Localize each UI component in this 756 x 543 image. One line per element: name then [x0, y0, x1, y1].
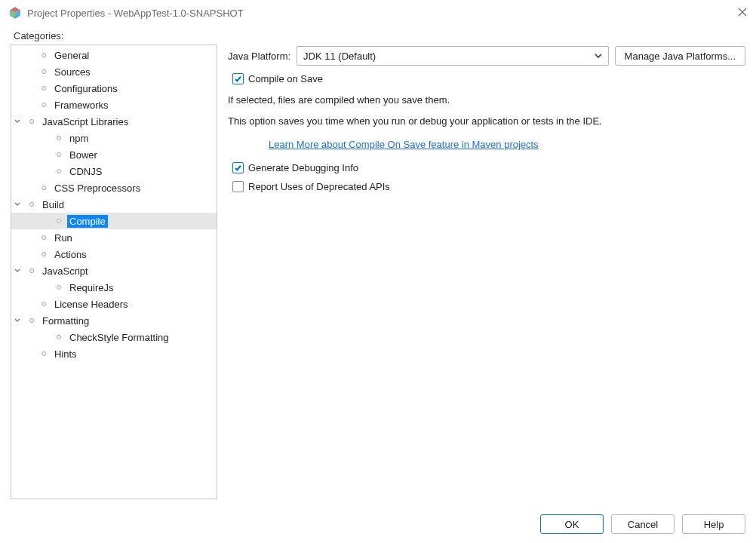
chevron-down-icon[interactable] — [11, 118, 23, 124]
chevron-down-icon — [595, 51, 602, 62]
report-deprecated-label: Report Uses of Deprecated APIs — [248, 181, 390, 192]
ok-button[interactable]: OK — [540, 514, 604, 534]
compile-on-save-label: Compile on Save — [248, 73, 323, 84]
tree-item-hints[interactable]: Hints — [11, 345, 217, 362]
tree-item-checkstyle[interactable]: CheckStyle Formatting — [11, 329, 217, 345]
dialog-button-bar: OK Cancel Help — [0, 507, 756, 543]
tree-item-css-preprocessors[interactable]: CSS Preprocessors — [11, 179, 217, 196]
help-button[interactable]: Help — [682, 514, 745, 534]
tree-item-js-libraries[interactable]: JavaScript Libraries — [11, 113, 217, 130]
learn-more-link[interactable]: Learn More about Compile On Save feature… — [269, 139, 745, 150]
chevron-down-icon[interactable] — [11, 318, 23, 324]
report-deprecated-checkbox[interactable] — [232, 181, 244, 192]
tree-item-build[interactable]: Build — [11, 196, 217, 213]
chevron-down-icon[interactable] — [11, 201, 23, 207]
tree-item-general[interactable]: General — [11, 47, 217, 63]
generate-debug-info-label: Generate Debugging Info — [248, 162, 358, 173]
chevron-down-icon[interactable] — [11, 268, 23, 274]
app-icon — [9, 7, 21, 19]
compile-on-save-description-2: This option saves you time when you run … — [228, 113, 745, 130]
tree-item-bower[interactable]: Bower — [11, 146, 217, 163]
manage-platforms-button[interactable]: Manage Java Platforms... — [615, 46, 745, 66]
tree-item-sources[interactable]: Sources — [11, 63, 217, 80]
compile-settings-panel: Java Platform: JDK 11 (Default) Manage J… — [228, 44, 745, 499]
title-bar: Project Properties - WebAppTest-1.0-SNAP… — [0, 0, 756, 26]
categories-tree[interactable]: General Sources Configurations Framework… — [11, 44, 217, 499]
generate-debug-info-checkbox[interactable] — [232, 162, 244, 173]
cancel-button[interactable]: Cancel — [611, 514, 675, 534]
check-icon — [234, 164, 242, 172]
tree-item-actions[interactable]: Actions — [11, 246, 217, 262]
compile-on-save-description-1: If selected, files are compiled when you… — [228, 92, 745, 109]
tree-item-requirejs[interactable]: RequireJs — [11, 279, 217, 296]
categories-label: Categories: — [14, 30, 745, 41]
tree-item-run[interactable]: Run — [11, 229, 217, 246]
tree-item-license-headers[interactable]: License Headers — [11, 296, 217, 312]
check-icon — [234, 75, 242, 83]
java-platform-select[interactable]: JDK 11 (Default) — [297, 46, 609, 66]
window-title: Project Properties - WebAppTest-1.0-SNAP… — [27, 8, 244, 19]
java-platform-label: Java Platform: — [228, 51, 290, 62]
tree-item-frameworks[interactable]: Frameworks — [11, 97, 217, 113]
close-icon[interactable] — [738, 8, 747, 19]
compile-on-save-checkbox[interactable] — [232, 73, 244, 84]
tree-item-formatting[interactable]: Formatting — [11, 312, 217, 329]
tree-item-compile[interactable]: Compile — [11, 213, 217, 229]
tree-item-configurations[interactable]: Configurations — [11, 80, 217, 97]
tree-item-npm[interactable]: npm — [11, 130, 217, 146]
manage-platforms-label: Manage Java Platforms... — [625, 51, 736, 62]
java-platform-value: JDK 11 (Default) — [303, 51, 376, 62]
tree-item-javascript[interactable]: JavaScript — [11, 262, 217, 279]
tree-item-cdnjs[interactable]: CDNJS — [11, 163, 217, 179]
